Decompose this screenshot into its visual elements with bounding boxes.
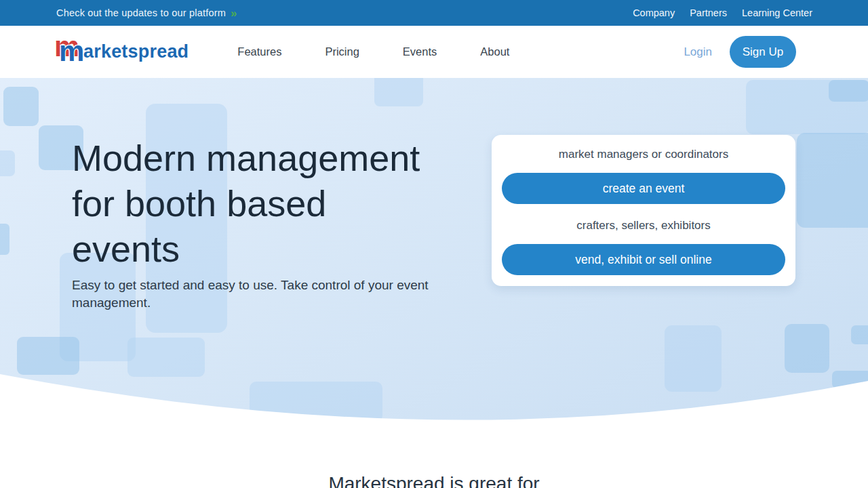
bg-square (797, 133, 868, 228)
create-event-button[interactable]: create an event (502, 173, 785, 204)
bg-square (127, 338, 205, 377)
banner-links: Company Partners Learning Center (633, 7, 812, 18)
vend-exhibit-sell-button[interactable]: vend, exhibit or sell online (502, 244, 785, 275)
nav-item-about[interactable]: About (480, 45, 509, 58)
marketspread-landing-page: Check out the updates to our platform » … (0, 0, 868, 488)
bg-square (3, 87, 39, 126)
nav-item-pricing[interactable]: Pricing (325, 45, 359, 58)
hero-heading-line: for booth based (72, 181, 420, 226)
hero-subheading: Easy to get started and easy to use. Tak… (72, 277, 441, 312)
signup-button[interactable]: Sign Up (730, 36, 796, 68)
svg-text:m: m (59, 39, 84, 66)
bg-square (374, 78, 423, 106)
banner-update-link[interactable]: Check out the updates to our platform » (56, 7, 237, 19)
hero-heading: Modern management for booth based events (72, 136, 420, 272)
managers-label: market managers or coordinators (502, 146, 785, 163)
great-for-section: Marketspread is great for (0, 420, 868, 488)
auth-actions: Login Sign Up (684, 36, 796, 68)
banner-message-text: Check out the updates to our platform (56, 7, 226, 18)
bg-square (0, 150, 15, 176)
logo-text: arketspread (83, 41, 189, 62)
bg-square (17, 337, 79, 375)
announcement-banner: Check out the updates to our platform » … (0, 0, 868, 26)
bg-square (851, 325, 868, 344)
bg-square (785, 324, 829, 373)
main-nav: Features Pricing Events About (237, 45, 509, 58)
banner-link-learning-center[interactable]: Learning Center (742, 7, 812, 18)
logo[interactable]: m m arketspread (54, 39, 189, 66)
banner-link-company[interactable]: Company (633, 7, 675, 18)
vendors-label: crafters, sellers, exhibitors (502, 218, 785, 234)
hero-heading-line: events (72, 226, 420, 272)
main-header: m m arketspread Features Pricing Events … (0, 26, 868, 78)
banner-link-partners[interactable]: Partners (690, 7, 727, 18)
nav-item-features[interactable]: Features (237, 45, 281, 58)
hero-heading-line: Modern management (72, 136, 420, 181)
nav-item-events[interactable]: Events (403, 45, 437, 58)
great-for-heading: Marketspread is great for (0, 420, 868, 488)
curved-divider (0, 373, 868, 420)
bg-square (0, 224, 9, 255)
double-chevron-icon: » (231, 7, 237, 19)
login-link[interactable]: Login (684, 45, 712, 59)
logo-m-icon: m m (54, 39, 87, 66)
hero-section: Modern management for booth based events… (0, 78, 868, 420)
cta-card: market managers or coordinators create a… (492, 135, 795, 286)
bg-square (829, 80, 868, 102)
